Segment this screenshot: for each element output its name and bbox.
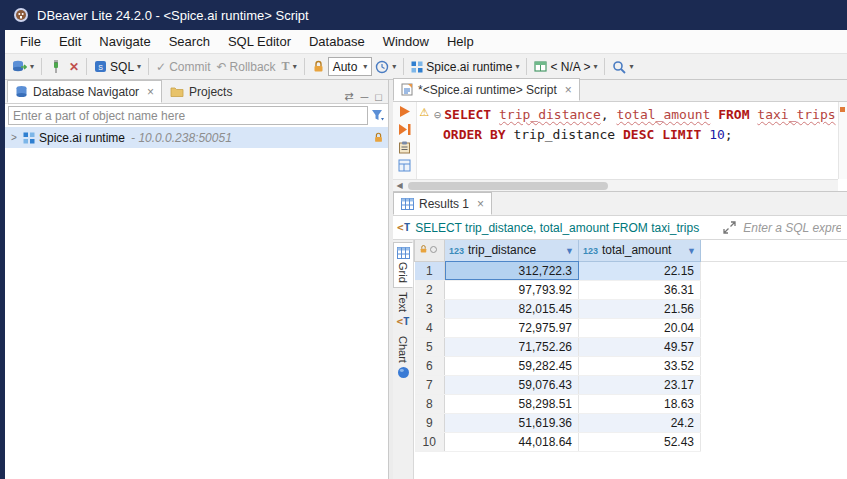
row-number[interactable]: 1 (415, 261, 445, 280)
menu-sql-editor[interactable]: SQL Editor (219, 32, 300, 51)
scroll-left-icon[interactable]: ◀ (393, 181, 406, 190)
tab-chart[interactable]: Chart (393, 332, 413, 383)
connection-combo-label: Spice.ai runtime (426, 60, 512, 74)
row-number[interactable]: 10 (415, 432, 445, 451)
close-icon[interactable]: × (565, 83, 572, 97)
isolation-button[interactable] (309, 58, 328, 75)
commit-button[interactable]: ✓ Commit (153, 58, 213, 76)
connect-button[interactable] (46, 58, 66, 76)
filter-funnel-icon[interactable] (371, 109, 385, 122)
active-schema-combo[interactable]: < N/A > ▾ (531, 58, 600, 76)
sort-desc-icon[interactable]: ▼ (687, 246, 696, 256)
menu-file[interactable]: File (11, 32, 50, 51)
cell[interactable]: 58,298.51 (445, 394, 579, 413)
minimize-icon[interactable]: ─ (361, 91, 369, 103)
row-number[interactable]: 4 (415, 318, 445, 337)
link-editor-icon[interactable]: ⇄ (344, 90, 353, 103)
navigator-tree: > Spice.ai runtime - 10.0.0.238:50051 (5, 127, 388, 479)
connection-button[interactable]: ▾ (9, 57, 37, 76)
menu-edit[interactable]: Edit (50, 32, 90, 51)
close-icon[interactable]: × (477, 197, 484, 211)
cell[interactable]: 82,015.45 (445, 299, 579, 318)
row-number[interactable]: 7 (415, 375, 445, 394)
sql-line[interactable]: ⊖SELECT trip_distance, total_amount FROM… (434, 105, 843, 125)
dropdown-icon[interactable]: ▾ (30, 62, 34, 71)
execute-script-button[interactable] (398, 123, 411, 136)
sql-line[interactable]: ORDER BY trip_distance DESC LIMIT 10; (434, 125, 843, 144)
row-number[interactable]: 3 (415, 299, 445, 318)
row-number[interactable]: 6 (415, 356, 445, 375)
cell[interactable]: 51,619.36 (445, 413, 579, 432)
refresh-ring-icon (430, 246, 437, 253)
sql-button-label[interactable]: SQL (110, 60, 134, 74)
row-number[interactable]: 5 (415, 337, 445, 356)
menu-navigate[interactable]: Navigate (90, 32, 159, 51)
cell[interactable]: 52.43 (579, 432, 701, 451)
column-header-trip-distance[interactable]: 123trip_distance ▼ (445, 240, 579, 261)
expand-icon[interactable] (723, 221, 736, 234)
navigator-filter-row (5, 104, 388, 127)
close-icon[interactable]: × (147, 85, 154, 99)
editor-hscrollbar[interactable]: ◀ (393, 179, 838, 191)
cell[interactable]: 59,076.43 (445, 375, 579, 394)
row-number[interactable]: 2 (415, 280, 445, 299)
tree-item-connection[interactable]: > Spice.ai runtime - 10.0.0.238:50051 (5, 127, 388, 148)
tab-grid[interactable]: Grid (393, 242, 413, 288)
disconnect-button[interactable]: ✕ (66, 58, 82, 76)
dropdown-icon[interactable]: ▾ (392, 62, 396, 71)
navigator-filter-input[interactable] (8, 106, 368, 125)
results-filter-input[interactable] (741, 220, 843, 236)
cell[interactable]: 20.04 (579, 318, 701, 337)
table-row: 659,282.4533.52 (415, 356, 847, 375)
tab-results-1[interactable]: Results 1 × (393, 192, 492, 215)
table-row: 571,752.2649.57 (415, 337, 847, 356)
editor-side-toolbar (393, 102, 417, 191)
tab-database-navigator[interactable]: Database Navigator × (7, 80, 162, 103)
active-connection-combo[interactable]: Spice.ai runtime ▾ (408, 58, 522, 76)
cell[interactable]: 22.15 (579, 261, 701, 280)
tab-projects[interactable]: Projects (162, 80, 240, 103)
fold-collapse-icon[interactable]: ⊖ (434, 108, 441, 122)
sort-desc-icon[interactable]: ▼ (565, 246, 574, 256)
cell[interactable]: 312,722.3 (445, 261, 579, 280)
query-history-button[interactable]: ▾ (372, 58, 399, 76)
menu-window[interactable]: Window (374, 32, 438, 51)
column-header-total-amount[interactable]: 123total_amount ▼ (579, 240, 701, 261)
cell[interactable]: 33.52 (579, 356, 701, 375)
tab-text[interactable]: Text <T (393, 288, 413, 332)
sql-editor-button[interactable]: S SQL ▾ (91, 58, 144, 76)
grid-corner-cell[interactable] (415, 240, 445, 261)
auto-commit-combo[interactable]: Auto ▾ (328, 57, 373, 76)
dropdown-icon[interactable]: ▾ (293, 62, 297, 71)
script-panel-button[interactable] (398, 159, 411, 172)
clock-icon (375, 60, 389, 74)
execute-statement-button[interactable] (398, 105, 411, 118)
cell[interactable]: 24.2 (579, 413, 701, 432)
row-number[interactable]: 8 (415, 394, 445, 413)
menu-search[interactable]: Search (160, 32, 219, 51)
scrollbar-thumb[interactable] (408, 182, 608, 190)
cell[interactable]: 23.17 (579, 375, 701, 394)
menu-help[interactable]: Help (438, 32, 483, 51)
search-button[interactable]: ▾ (609, 58, 636, 76)
maximize-icon[interactable]: □ (375, 91, 382, 103)
cell[interactable]: 59,282.45 (445, 356, 579, 375)
explain-plan-button[interactable] (398, 141, 411, 154)
cell[interactable]: 97,793.92 (445, 280, 579, 299)
row-number[interactable]: 9 (415, 413, 445, 432)
tab-sql-script[interactable]: *<Spice.ai runtime> Script × (393, 78, 580, 101)
chevron-right-icon[interactable]: > (9, 132, 19, 143)
dropdown-icon[interactable]: ▾ (629, 62, 633, 71)
cell[interactable]: 49.57 (579, 337, 701, 356)
cell[interactable]: 44,018.64 (445, 432, 579, 451)
cell[interactable]: 18.63 (579, 394, 701, 413)
sql-code-area[interactable]: ⊖SELECT trip_distance, total_amount FROM… (432, 102, 847, 191)
transaction-mode-button[interactable]: T ▾ (279, 57, 300, 76)
cell[interactable]: 72,975.97 (445, 318, 579, 337)
cell[interactable]: 71,752.26 (445, 337, 579, 356)
dropdown-icon[interactable]: ▾ (137, 62, 141, 71)
cell[interactable]: 36.31 (579, 280, 701, 299)
rollback-button[interactable]: ↶ Rollback (214, 58, 279, 76)
cell[interactable]: 21.56 (579, 299, 701, 318)
menu-database[interactable]: Database (300, 32, 374, 51)
